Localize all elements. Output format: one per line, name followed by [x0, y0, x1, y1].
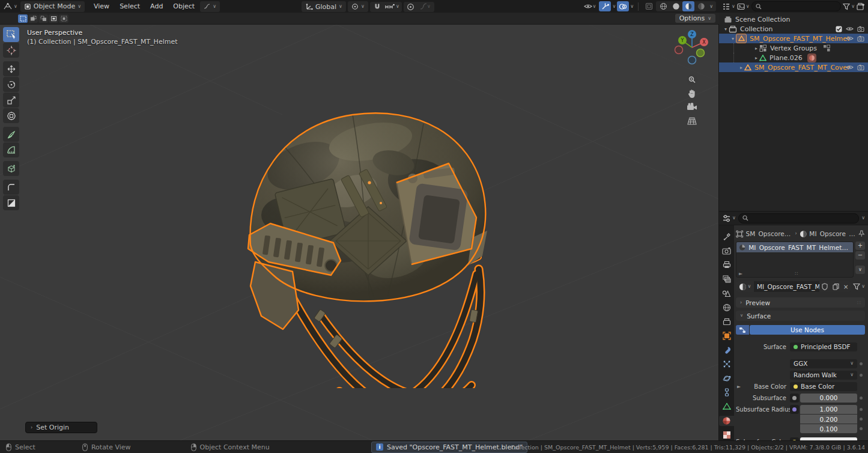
- tab-render[interactable]: [719, 246, 734, 257]
- tab-tool[interactable]: [719, 231, 734, 242]
- snap-toggle[interactable]: [371, 2, 383, 12]
- subsurface-socket[interactable]: [790, 394, 799, 403]
- slot-expand-icon[interactable]: ►: [739, 271, 742, 276]
- menu-object[interactable]: Object: [168, 1, 199, 11]
- unlink-material-button[interactable]: ×: [841, 281, 851, 292]
- snap-target-dropdown[interactable]: ∨: [384, 2, 401, 12]
- shading-solid-button[interactable]: [670, 1, 682, 11]
- tool-move[interactable]: [3, 61, 19, 76]
- perspective-toggle-button[interactable]: [684, 114, 700, 128]
- tab-output[interactable]: [719, 260, 734, 270]
- tab-object[interactable]: [719, 330, 734, 341]
- hide-viewport-icon[interactable]: [846, 35, 854, 41]
- disable-render-icon[interactable]: [857, 64, 864, 70]
- tab-world[interactable]: [719, 302, 734, 313]
- mode-selector[interactable]: Object Mode ∨: [20, 1, 85, 12]
- distribution-dropdown[interactable]: GGX ∨: [790, 359, 857, 368]
- tool-rotate[interactable]: [3, 77, 19, 92]
- hide-viewport-icon[interactable]: [846, 64, 854, 70]
- gizmos-toggle[interactable]: [599, 1, 611, 11]
- viewport-3d[interactable]: User Perspective (1) Collection | SM_Ops…: [0, 25, 719, 440]
- select-subtract-button[interactable]: [38, 14, 48, 23]
- properties-search-input[interactable]: [738, 213, 859, 223]
- tab-collection[interactable]: [719, 317, 734, 327]
- hide-viewport-icon[interactable]: [846, 26, 854, 32]
- select-invert-button[interactable]: [49, 14, 58, 23]
- disclosure-open-icon[interactable]: ▾: [730, 36, 736, 41]
- tool-scale[interactable]: [3, 93, 19, 108]
- editor-type-icon[interactable]: ∨: [3, 2, 17, 11]
- tool-annotate[interactable]: [3, 127, 19, 142]
- disclosure-closed-icon[interactable]: ▸: [753, 46, 759, 51]
- slot-grip-icon[interactable]: ∷: [795, 271, 798, 276]
- breadcrumb-material[interactable]: MI_Opscore_FAS...: [809, 230, 856, 237]
- outliner-row-collection[interactable]: ▾ Collection: [719, 24, 868, 34]
- browse-material-button[interactable]: ∨: [736, 281, 754, 292]
- helmet-model[interactable]: [213, 58, 502, 388]
- gizmos-dropdown[interactable]: ∨: [612, 4, 616, 9]
- disclosure-closed-icon[interactable]: ▸: [753, 55, 759, 61]
- overlays-toggle[interactable]: [617, 1, 629, 11]
- tab-physics[interactable]: [719, 373, 734, 384]
- tool-corner-round[interactable]: [3, 180, 19, 195]
- tab-object-data[interactable]: [719, 401, 734, 412]
- decorator-dot[interactable]: [860, 408, 863, 411]
- outliner-search-input[interactable]: [751, 1, 841, 11]
- disclosure-closed-icon[interactable]: ▸: [738, 65, 744, 70]
- proportional-editing-toggle[interactable]: [405, 2, 417, 12]
- tab-texture[interactable]: [719, 430, 734, 440]
- tab-scene[interactable]: [719, 288, 734, 299]
- outliner-row-scene-collection[interactable]: Scene Collection: [719, 14, 868, 24]
- outliner-display-mode[interactable]: ∨: [737, 3, 750, 10]
- properties-options-dropdown[interactable]: ∨: [861, 216, 865, 220]
- menu-view[interactable]: View: [89, 1, 114, 11]
- add-slot-button[interactable]: +: [855, 242, 865, 250]
- tool-measure[interactable]: [3, 142, 19, 157]
- options-dropdown[interactable]: Options ∨: [675, 14, 715, 23]
- expand-icon[interactable]: ►: [737, 384, 741, 389]
- decorator-dot[interactable]: [860, 374, 863, 377]
- decorator-dot[interactable]: [860, 362, 863, 365]
- pivot-point-dropdown[interactable]: ∨: [348, 1, 368, 12]
- outliner-row-helmet[interactable]: ▾ SM_Opscore_FAST_MT_Helmet: [719, 34, 868, 43]
- extra-tools-dropdown[interactable]: ∨: [200, 1, 220, 12]
- tool-corner-fill[interactable]: [3, 195, 19, 210]
- shading-rendered-button[interactable]: [695, 1, 707, 11]
- select-set-button[interactable]: [18, 14, 28, 23]
- visibility-dropdown[interactable]: ∨: [582, 1, 598, 11]
- outliner-filter-dropdown[interactable]: ∨: [843, 3, 855, 10]
- breadcrumb-object[interactable]: SM_Opscore_F...: [746, 230, 793, 237]
- select-extend-button[interactable]: [28, 14, 38, 23]
- select-intersect-button[interactable]: [59, 14, 68, 23]
- tool-select-box[interactable]: [3, 27, 19, 42]
- tool-add-cube[interactable]: [3, 161, 19, 176]
- decorator-dot[interactable]: [860, 418, 863, 421]
- use-nodes-button[interactable]: Use Nodes: [750, 325, 865, 335]
- material-slot-row[interactable]: MI_Opscore_FAST_MT_Helmet_FDE: [736, 242, 853, 252]
- subsurface-radius-socket[interactable]: [790, 405, 799, 414]
- disable-render-icon[interactable]: [857, 26, 864, 32]
- new-collection-button[interactable]: [857, 2, 865, 10]
- surface-shader-field[interactable]: Principled BSDF: [790, 342, 857, 351]
- outliner-row-vertex-groups[interactable]: ▸ Vertex Groups: [733, 43, 868, 53]
- tab-modifiers[interactable]: [719, 345, 734, 356]
- subsurface-radius-x-field[interactable]: 1.000: [800, 405, 857, 414]
- shading-material-button[interactable]: [682, 1, 694, 11]
- checkbox-icon[interactable]: [836, 26, 842, 32]
- properties-editor-type[interactable]: ∨: [722, 214, 736, 222]
- tab-constraints[interactable]: [719, 388, 734, 398]
- tab-particles[interactable]: [719, 359, 734, 369]
- outliner-editor-type[interactable]: ∨: [722, 3, 735, 10]
- panel-preview[interactable]: › Preview ∷: [736, 297, 865, 308]
- menu-add[interactable]: Add: [145, 1, 168, 11]
- disclosure-open-icon[interactable]: ▾: [723, 26, 729, 32]
- panel-surface[interactable]: ∨ Surface: [736, 311, 865, 321]
- material-link-dropdown[interactable]: ∨: [853, 283, 865, 290]
- tab-view-layer[interactable]: [719, 274, 734, 285]
- subsurface-radius-z-field[interactable]: 0.100: [800, 424, 857, 433]
- outliner-row-cover[interactable]: ▸ SM_Opscore_FAST_MT_Cover: [719, 62, 868, 72]
- camera-view-button[interactable]: [684, 100, 700, 114]
- pin-icon[interactable]: [858, 230, 865, 237]
- pan-button[interactable]: [684, 87, 700, 100]
- material-name-field[interactable]: MI_Opscore_FAST_MT_Hel...: [754, 281, 819, 292]
